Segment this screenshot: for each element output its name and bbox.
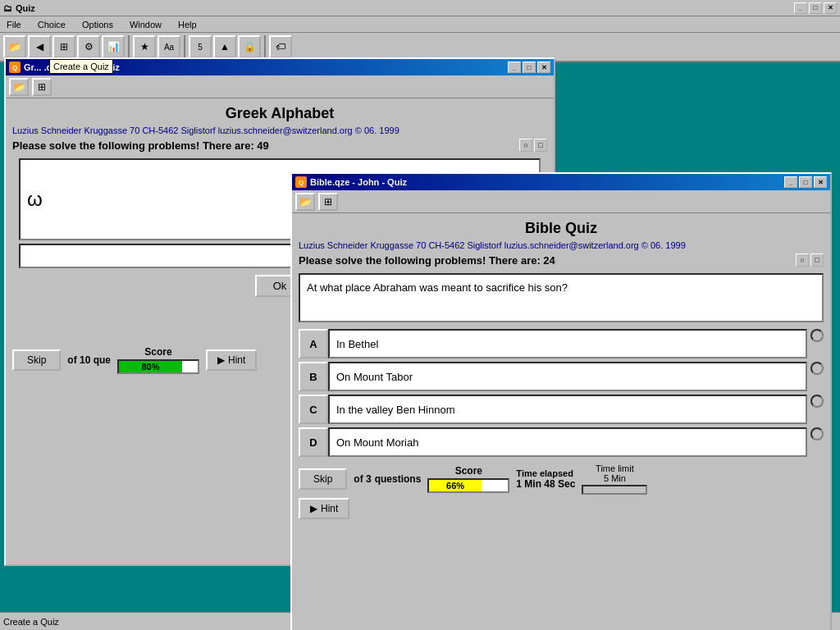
greek-score-bar-container: 80%: [117, 359, 199, 374]
answer-a-label: In Bethel: [336, 338, 378, 350]
toolbar-chart-btn[interactable]: 📊: [102, 35, 125, 58]
greek-maximize-btn[interactable]: □: [523, 62, 536, 73]
bible-hint-icon: ▶: [310, 503, 317, 514]
greek-window-icon: Q: [9, 62, 21, 73]
bible-window-title: Bible.qze - John - Quiz: [310, 177, 407, 187]
answer-b-label: On Mount Tabor: [336, 371, 413, 383]
bible-square-btn[interactable]: □: [810, 253, 824, 267]
greek-open-btn[interactable]: 📂: [9, 78, 29, 96]
bible-score-bar: 66%: [429, 480, 481, 491]
greek-minimize-btn[interactable]: _: [508, 62, 521, 73]
greek-toolbar: 📂 ⊞: [6, 75, 554, 98]
answer-d-radio[interactable]: [810, 427, 824, 441]
bible-titlebar: Q Bible.qze - John - Quiz _ □ ✕: [292, 174, 830, 190]
bible-circle-btn[interactable]: ○: [796, 253, 809, 267]
bible-questions-text: questions: [375, 473, 422, 485]
statusbar-text: Create a Quiz: [3, 617, 59, 627]
greek-hint-label: Hint: [228, 354, 245, 366]
greek-grid-btn[interactable]: ⊞: [32, 78, 52, 96]
bible-toolbar: 📂 ⊞: [292, 190, 830, 213]
app-maximize-btn[interactable]: □: [809, 2, 822, 14]
menu-help[interactable]: Help: [175, 18, 200, 31]
greek-hint-icon: ▶: [217, 354, 225, 366]
bible-question-text: At what place Abraham was meant to sacri…: [307, 281, 568, 294]
greek-author: Luzius Schneider Kruggasse 70 CH-5462 Si…: [12, 126, 547, 135]
bible-window-icon: Q: [295, 176, 307, 188]
bible-skip-btn[interactable]: Skip: [299, 468, 347, 490]
bible-grid-btn[interactable]: ⊞: [318, 193, 338, 211]
toolbar-back-btn[interactable]: ◀: [28, 35, 51, 58]
bible-of-text: of 3: [354, 473, 371, 485]
bible-score-bar-container: 66%: [427, 478, 509, 493]
greek-symbol: ω: [27, 188, 43, 211]
app-title: Quiz: [16, 3, 35, 13]
greek-close-btn[interactable]: ✕: [537, 62, 550, 73]
bible-time-section: Time elapsed 1 Min 48 Sec: [516, 468, 575, 490]
greek-score-bar: 80%: [119, 361, 182, 372]
toolbar-num-btn[interactable]: 5: [189, 35, 212, 58]
toolbar-sep2: [184, 35, 185, 58]
toolbar-sep1: [128, 35, 130, 58]
bible-window: Q Bible.qze - John - Quiz _ □ ✕ 📂 ⊞ Bibl…: [290, 172, 832, 630]
menu-file[interactable]: File: [3, 18, 25, 31]
bible-question-box: At what place Abraham was meant to sacri…: [299, 273, 824, 322]
greek-window-controls: _ □ ✕: [508, 62, 550, 73]
bible-author: Luzius Schneider Kruggasse 70 CH-5462 Si…: [299, 240, 824, 250]
greek-hint-btn[interactable]: ▶ Hint: [206, 349, 257, 371]
greek-skip-btn[interactable]: Skip: [12, 349, 61, 371]
toolbar-tag-btn[interactable]: 🏷: [269, 35, 292, 58]
answer-row-b: B On Mount Tabor: [299, 362, 824, 391]
toolbar-grid-btn[interactable]: ⊞: [52, 35, 75, 58]
toolbar-settings-btn[interactable]: ⚙: [77, 35, 100, 58]
app-close-btn[interactable]: ✕: [824, 2, 837, 14]
app-menu: File Choice Options Window Help: [0, 16, 840, 33]
bible-hint-btn[interactable]: ▶ Hint: [299, 498, 349, 519]
greek-score-label: Score: [144, 346, 171, 358]
answer-b-text: On Mount Tabor: [328, 362, 807, 391]
greek-circle-btn[interactable]: ○: [519, 139, 532, 152]
answer-c-radio[interactable]: [810, 395, 824, 408]
answer-row-c: C In the valley Ben Hinnom: [299, 395, 824, 424]
bible-bottom-controls: Skip of 3 questions Score 66% Time elaps…: [299, 463, 824, 495]
bible-minimize-btn[interactable]: _: [784, 176, 797, 188]
toolbar-open-btn[interactable]: 📂: [3, 35, 26, 58]
bible-hint-row: ▶ Hint: [299, 498, 824, 519]
answer-row-a: A In Bethel: [299, 329, 824, 358]
create-quiz-tooltip: Create a Quiz: [49, 59, 113, 74]
app-minimize-btn[interactable]: _: [794, 2, 807, 14]
greek-quiz-title: Greek Alphabet: [12, 105, 547, 122]
answer-d-text: On Mount Moriah: [328, 427, 807, 457]
bible-count: Please solve the following problems! The…: [299, 253, 824, 267]
menu-options[interactable]: Options: [79, 18, 116, 31]
answer-a-btn[interactable]: A: [299, 329, 328, 358]
greek-mini-controls: ○ □: [519, 139, 547, 152]
answer-b-btn[interactable]: B: [299, 362, 328, 391]
answer-a-radio[interactable]: [810, 329, 824, 342]
answer-b-radio[interactable]: [810, 362, 824, 375]
toolbar-star-btn[interactable]: ★: [133, 35, 156, 58]
bible-count-text: Please solve the following problems! The…: [299, 254, 796, 267]
bible-content: Bible Quiz Luzius Schneider Kruggasse 70…: [292, 213, 830, 526]
answer-d-btn[interactable]: D: [299, 427, 328, 457]
toolbar-lock-btn[interactable]: 🔒: [238, 35, 261, 58]
answer-c-btn[interactable]: C: [299, 395, 328, 424]
app-titlebar: 🗂 Quiz _ □ ✕: [0, 0, 840, 16]
greek-square-btn[interactable]: □: [534, 139, 547, 152]
app-icon: 🗂: [3, 3, 12, 13]
bible-window-controls: _ □ ✕: [784, 176, 827, 188]
bible-score-label: Score: [455, 465, 482, 477]
answer-a-text: In Bethel: [328, 329, 807, 358]
toolbar-up-btn[interactable]: ▲: [213, 35, 236, 58]
menu-window[interactable]: Window: [126, 18, 165, 31]
menu-choice[interactable]: Choice: [34, 18, 69, 31]
bible-hint-label: Hint: [321, 503, 338, 514]
answer-row-d: D On Mount Moriah: [299, 427, 824, 457]
bible-close-btn[interactable]: ✕: [814, 176, 827, 188]
bible-score-value: 66%: [446, 481, 464, 491]
bible-quiz-title: Bible Quiz: [299, 220, 824, 237]
bible-open-btn[interactable]: 📂: [295, 193, 315, 211]
toolbar-text-btn[interactable]: Aa: [158, 35, 180, 58]
bible-maximize-btn[interactable]: □: [799, 176, 812, 188]
bible-time-limit-bar: [582, 485, 647, 495]
bible-of-section: of 3 questions: [354, 473, 421, 485]
